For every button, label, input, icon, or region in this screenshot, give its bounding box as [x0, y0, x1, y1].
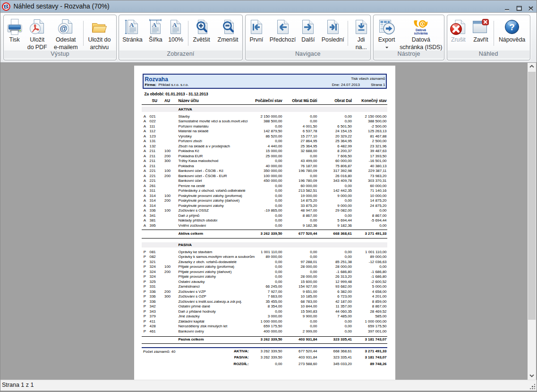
svg-text:A: A [152, 21, 157, 28]
svg-text:schránka: schránka [414, 32, 428, 35]
svg-text:@: @ [60, 24, 68, 33]
svg-text:A: A [129, 21, 134, 28]
svg-text:Datová: Datová [416, 28, 426, 32]
svg-text:A: A [172, 21, 177, 28]
svg-text:?: ? [509, 22, 515, 32]
